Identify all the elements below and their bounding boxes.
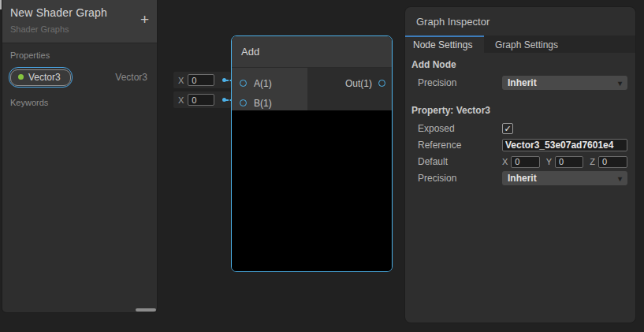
properties-section-label: Properties	[2, 43, 157, 62]
exposed-checkbox[interactable]: ✓	[502, 123, 513, 134]
add-node[interactable]: Add A(1) B(1) Out(1)	[231, 35, 393, 272]
node-precision-dropdown[interactable]: Inherit ▾	[502, 76, 627, 90]
inspector-title: Graph Inspector	[416, 16, 490, 28]
property-type-label: Vector3	[115, 72, 147, 83]
property-pill[interactable]: Vector3	[9, 67, 73, 88]
node-ports: A(1) B(1) Out(1)	[232, 68, 392, 110]
reference-label: Reference	[411, 140, 502, 151]
default-x-group: X	[502, 156, 540, 168]
y-axis-label: Y	[546, 157, 552, 166]
graph-subtitle: Shader Graphs	[10, 24, 149, 34]
add-property-button[interactable]: +	[140, 12, 149, 27]
exposed-label: Exposed	[411, 123, 502, 134]
input-ports-section: A(1) B(1)	[232, 68, 307, 110]
default-z-group: Z	[590, 156, 627, 168]
input-b-value-widget: X	[173, 91, 231, 108]
input-a-value-field[interactable]	[188, 74, 214, 86]
node-title: Add	[241, 46, 259, 58]
axis-label: X	[178, 76, 184, 85]
inspector-body: Add Node Precision Inherit ▾ Property: V…	[405, 53, 635, 185]
property-precision-row: Precision Inherit ▾	[411, 171, 627, 185]
port-label-a: A(1)	[254, 78, 272, 89]
graph-title: New Shader Graph	[10, 6, 149, 19]
shader-graph-window: New Shader Graph Shader Graphs + Propert…	[0, 0, 644, 332]
graph-inspector-panel: Graph Inspector Node Settings Graph Sett…	[404, 6, 636, 323]
x-axis-label: X	[502, 157, 508, 166]
default-row: Default X Y Z	[411, 155, 627, 169]
default-y-field[interactable]	[555, 156, 583, 168]
port-row-a: A(1)	[232, 73, 307, 93]
node-preview	[232, 110, 392, 271]
input-a-value-widget: X	[173, 72, 231, 88]
node-title-bar[interactable]: Add	[232, 36, 392, 68]
chevron-down-icon: ▾	[618, 174, 622, 183]
z-axis-label: Z	[590, 157, 595, 166]
reference-input[interactable]	[502, 139, 627, 151]
keywords-section-label: Keywords	[2, 91, 157, 110]
blackboard-scrollbar-handle[interactable]	[136, 308, 156, 311]
property-row: Vector3 Vector3	[2, 62, 157, 91]
input-port-b-icon[interactable]	[240, 99, 247, 106]
port-label-out: Out(1)	[345, 78, 372, 89]
port-label-b: B(1)	[254, 98, 272, 109]
checkmark-icon: ✓	[504, 125, 511, 133]
add-node-section-heading: Add Node	[411, 59, 627, 70]
dropdown-value: Inherit	[508, 77, 537, 88]
tab-graph-settings[interactable]: Graph Settings	[484, 35, 558, 53]
blackboard-panel: New Shader Graph Shader Graphs + Propert…	[2, 0, 158, 313]
input-port-a-icon[interactable]	[240, 80, 247, 87]
exposed-row: Exposed ✓	[411, 121, 627, 136]
default-z-field[interactable]	[598, 156, 627, 168]
property-type-dot-icon	[18, 74, 24, 80]
default-y-group: Y	[546, 156, 584, 168]
default-label: Default	[411, 156, 502, 167]
chevron-down-icon: ▾	[618, 79, 622, 88]
precision-label: Precision	[411, 173, 502, 184]
precision-label: Precision	[411, 77, 502, 88]
output-ports-section: Out(1)	[307, 68, 392, 110]
dropdown-value: Inherit	[508, 173, 537, 184]
reference-row: Reference	[411, 138, 627, 152]
property-section-heading: Property: Vector3	[411, 105, 627, 116]
blackboard-header[interactable]: New Shader Graph Shader Graphs +	[2, 0, 157, 43]
property-precision-dropdown[interactable]: Inherit ▾	[502, 171, 627, 185]
inspector-tabbar: Node Settings Graph Settings	[405, 35, 635, 53]
port-row-out: Out(1)	[307, 73, 392, 93]
tab-node-settings[interactable]: Node Settings	[405, 35, 484, 53]
node-precision-row: Precision Inherit ▾	[411, 76, 627, 90]
output-port-icon[interactable]	[378, 80, 385, 87]
input-b-value-field[interactable]	[188, 94, 214, 106]
default-x-field[interactable]	[511, 156, 539, 168]
property-name: Vector3	[28, 72, 61, 83]
axis-label: X	[178, 95, 184, 105]
inspector-header[interactable]: Graph Inspector	[405, 7, 635, 35]
